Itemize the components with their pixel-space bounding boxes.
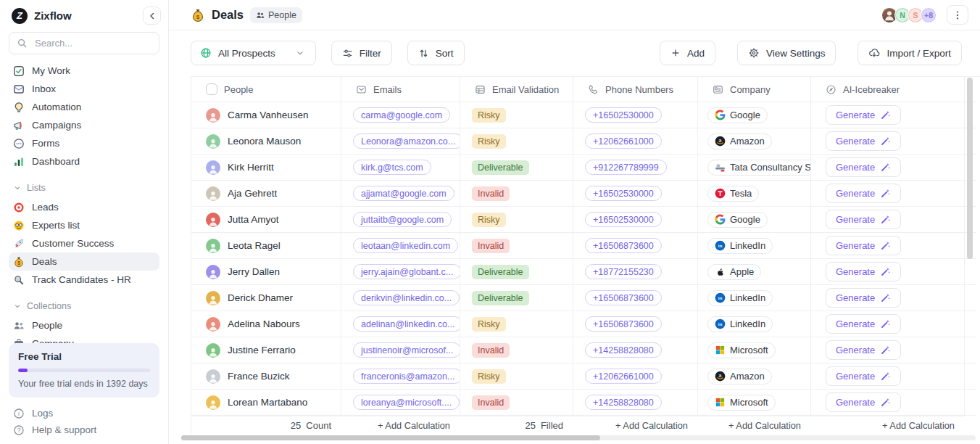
phone-pill[interactable]: +12062661000 bbox=[585, 369, 662, 384]
add-button[interactable]: Add bbox=[660, 41, 715, 65]
avatar-stack[interactable]: NS+8 bbox=[881, 7, 937, 23]
column-header-people[interactable]: People bbox=[191, 77, 341, 102]
phone-pill[interactable]: +18772155230 bbox=[585, 264, 662, 279]
generate-button[interactable]: Generate bbox=[826, 392, 901, 412]
phone-cell[interactable]: +14258828080 bbox=[573, 337, 698, 363]
email-pill[interactable]: Leonora@amazon.co... bbox=[353, 133, 460, 149]
email-pill[interactable]: loreanya@microsoft.... bbox=[353, 395, 460, 410]
email-pill[interactable]: adelinan@linkedin.co... bbox=[353, 316, 460, 332]
phone-cell[interactable]: +16502530000 bbox=[573, 207, 698, 233]
section-header-lists[interactable]: Lists bbox=[9, 181, 159, 195]
sidebar-item-inbox[interactable]: Inbox bbox=[9, 80, 159, 98]
email-pill[interactable]: derikvin@linkedin.co... bbox=[353, 290, 460, 305]
footer-summary-people[interactable]: 25Count bbox=[191, 416, 341, 435]
section-header-collections[interactable]: Collections bbox=[9, 299, 159, 313]
phone-pill[interactable]: +16506873600 bbox=[585, 290, 662, 305]
table-row[interactable]: Justine Ferrario justinenoir@microsof...… bbox=[191, 337, 980, 363]
phone-cell[interactable]: +14258828080 bbox=[573, 390, 698, 416]
column-header-phones[interactable]: Phone Numbers bbox=[573, 77, 698, 102]
vertical-scrollbar-thumb[interactable] bbox=[967, 78, 973, 259]
company-pill[interactable]: aAmazon bbox=[707, 369, 772, 385]
person-cell[interactable]: Kirk Herritt bbox=[191, 155, 341, 181]
company-cell[interactable]: Google bbox=[698, 207, 811, 233]
sidebar-item-deals[interactable]: $Deals bbox=[9, 252, 159, 271]
person-cell[interactable]: Aja Gehrett bbox=[191, 181, 341, 207]
sidebar-item-leads[interactable]: Leads bbox=[9, 198, 159, 216]
phone-cell[interactable]: +16506873600 bbox=[573, 311, 698, 337]
company-cell[interactable]: Microsoft bbox=[698, 390, 811, 416]
company-cell[interactable]: inLinkedIn bbox=[698, 233, 811, 259]
company-cell[interactable]: Apple bbox=[698, 259, 811, 285]
email-validation-cell[interactable]: Risky bbox=[460, 102, 573, 128]
company-pill[interactable]: aAmazon bbox=[707, 133, 772, 149]
email-validation-cell[interactable]: Invalid bbox=[460, 390, 573, 416]
email-pill[interactable]: ajjamat@google.com bbox=[353, 186, 454, 201]
search-input[interactable] bbox=[33, 37, 151, 49]
company-cell[interactable]: Microsoft bbox=[698, 337, 811, 363]
sidebar-item-logs[interactable]: iLogs bbox=[9, 405, 159, 422]
footer-summary-validation[interactable]: 25Filled bbox=[460, 416, 573, 435]
phone-pill[interactable]: +12062661000 bbox=[585, 133, 662, 149]
person-cell[interactable]: Leonora Mauson bbox=[191, 128, 341, 155]
view-settings-button[interactable]: View Settings bbox=[737, 41, 836, 65]
filter-button[interactable]: Filter bbox=[331, 41, 392, 65]
generate-button[interactable]: Generate bbox=[826, 340, 901, 360]
header-more-button[interactable] bbox=[947, 5, 968, 25]
generate-button[interactable]: Generate bbox=[826, 262, 901, 281]
person-cell[interactable]: Jerry Dallen bbox=[191, 259, 341, 285]
phone-pill[interactable]: +14258828080 bbox=[585, 395, 662, 410]
email-cell[interactable]: carma@google.com bbox=[341, 102, 460, 128]
sidebar-item-automation[interactable]: Automation bbox=[9, 98, 159, 116]
footer-add-calculation-emails[interactable]: + Add Calculation bbox=[341, 416, 460, 435]
generate-button[interactable]: Generate bbox=[826, 210, 901, 229]
avatar-plus8[interactable]: +8 bbox=[921, 7, 937, 23]
email-cell[interactable]: adelinan@linkedin.co... bbox=[341, 311, 460, 337]
sidebar-item-dashboard[interactable]: Dashboard bbox=[9, 152, 159, 170]
email-validation-cell[interactable]: Deliverable bbox=[460, 155, 573, 181]
email-validation-cell[interactable]: Invalid bbox=[460, 233, 573, 259]
column-header-emails[interactable]: Emails bbox=[341, 77, 460, 102]
search-box[interactable] bbox=[9, 32, 159, 54]
select-all-checkbox[interactable] bbox=[206, 83, 217, 95]
company-pill[interactable]: Microsoft bbox=[707, 395, 776, 411]
email-cell[interactable]: justinenoir@microsof... bbox=[341, 337, 460, 363]
table-row[interactable]: France Buzick franceronis@amazon... Risk… bbox=[191, 363, 980, 390]
generate-button[interactable]: Generate bbox=[826, 157, 901, 177]
horizontal-scrollbar[interactable] bbox=[181, 435, 976, 440]
generate-button[interactable]: Generate bbox=[826, 288, 901, 308]
email-validation-cell[interactable]: Risky bbox=[460, 311, 573, 337]
email-pill[interactable]: juttaitb@google.com bbox=[353, 212, 452, 227]
email-cell[interactable]: Leonora@amazon.co... bbox=[341, 128, 460, 155]
company-cell[interactable]: aAmazon bbox=[698, 363, 811, 390]
phone-pill[interactable]: +16506873600 bbox=[585, 316, 662, 332]
horizontal-scrollbar-thumb[interactable] bbox=[181, 435, 600, 440]
generate-button[interactable]: Generate bbox=[826, 236, 901, 255]
phone-pill[interactable]: +16506873600 bbox=[585, 238, 662, 253]
email-pill[interactable]: jerry.ajain@globant.c... bbox=[353, 264, 460, 279]
email-validation-cell[interactable]: Risky bbox=[460, 363, 573, 390]
email-pill[interactable]: kirk.g@tcs.com bbox=[353, 160, 431, 175]
email-validation-cell[interactable]: Invalid bbox=[460, 337, 573, 363]
table-row[interactable]: Jutta Amyot juttaitb@google.com Risky +1… bbox=[191, 207, 980, 233]
phone-pill[interactable]: +16502530000 bbox=[585, 107, 662, 123]
footer-add-calculation-icebreaker[interactable]: + Add Calculation bbox=[811, 416, 965, 435]
email-cell[interactable]: derikvin@linkedin.co... bbox=[341, 285, 460, 311]
import-export-button[interactable]: Import / Export bbox=[858, 41, 962, 65]
footer-add-calculation-phones[interactable]: + Add Calculation bbox=[573, 416, 698, 435]
email-pill[interactable]: leotaan@linkedin.com bbox=[353, 238, 458, 253]
sidebar-item-help-support[interactable]: ?Help & support bbox=[9, 422, 159, 438]
company-cell[interactable]: aAmazon bbox=[698, 128, 811, 155]
phone-pill[interactable]: +16502530000 bbox=[585, 212, 662, 227]
email-pill[interactable]: justinenoir@microsof... bbox=[353, 342, 460, 358]
email-validation-cell[interactable]: Risky bbox=[460, 207, 573, 233]
table-row[interactable]: Derick Dhamer derikvin@linkedin.co... De… bbox=[191, 285, 980, 311]
sort-button[interactable]: Sort bbox=[407, 41, 465, 65]
generate-button[interactable]: Generate bbox=[826, 314, 901, 334]
email-cell[interactable]: leotaan@linkedin.com bbox=[341, 233, 460, 259]
phone-cell[interactable]: +16506873600 bbox=[573, 233, 698, 259]
table-row[interactable]: Aja Gehrett ajjamat@google.com Invalid +… bbox=[191, 181, 980, 207]
column-header-company[interactable]: Company bbox=[698, 77, 811, 102]
email-cell[interactable]: jerry.ajain@globant.c... bbox=[341, 259, 460, 285]
email-validation-cell[interactable]: Deliverable bbox=[460, 259, 573, 285]
company-pill[interactable]: Microsoft bbox=[707, 342, 776, 358]
